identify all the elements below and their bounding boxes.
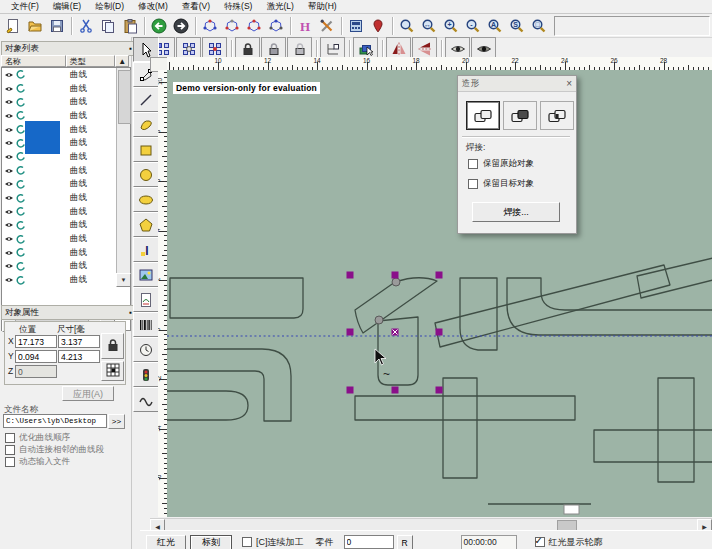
text-tool-button[interactable]: I xyxy=(133,237,159,262)
visibility-eye-icon[interactable] xyxy=(4,275,14,285)
zoom-selection-button[interactable]: S xyxy=(506,15,528,36)
y-position-input[interactable] xyxy=(15,350,57,363)
object-row[interactable]: 曲线 xyxy=(2,82,115,96)
io-tool-button[interactable] xyxy=(133,362,159,387)
keep-original-checkbox[interactable] xyxy=(468,159,478,169)
visibility-eye-icon[interactable] xyxy=(4,193,14,203)
circle-tool-button[interactable] xyxy=(133,162,159,187)
file-option[interactable]: 优化曲线顺序 xyxy=(5,432,70,444)
close-icon[interactable]: × xyxy=(566,78,572,89)
curve-tool-button[interactable] xyxy=(133,112,159,137)
visibility-eye-icon[interactable] xyxy=(4,70,14,80)
visibility-eye-icon[interactable] xyxy=(4,152,14,162)
new-file-button[interactable] xyxy=(2,15,24,36)
browse-button[interactable]: >> xyxy=(108,414,125,429)
intersect-mode-button[interactable] xyxy=(540,101,574,130)
pin-button[interactable] xyxy=(367,15,389,36)
y-size-input[interactable] xyxy=(58,350,100,363)
selection-handle[interactable] xyxy=(347,387,354,394)
keep-original-option[interactable]: 保留原始对象 xyxy=(468,158,534,170)
apply-button[interactable]: 应用(A) xyxy=(62,386,114,401)
cut-button[interactable] xyxy=(75,15,97,36)
selection-handle[interactable] xyxy=(347,329,354,336)
menu-item-laser[interactable]: 激光(L) xyxy=(259,1,300,13)
menu-item-draw[interactable]: 绘制(D) xyxy=(88,1,131,13)
bitmap-tool-button[interactable] xyxy=(133,262,159,287)
reset-count-button[interactable]: R xyxy=(397,535,413,549)
red-light-button[interactable]: 红光(F1) xyxy=(146,535,186,549)
node-param-3-button[interactable] xyxy=(243,15,265,36)
selection-handle[interactable] xyxy=(347,272,354,279)
zoom-out-button[interactable]: - xyxy=(462,15,484,36)
zoom-in-button[interactable]: + xyxy=(440,15,462,36)
z-position-input[interactable] xyxy=(15,365,57,378)
save-button[interactable] xyxy=(46,15,68,36)
file-option[interactable]: 自动连接相邻的曲线段 xyxy=(5,444,104,456)
mark-button[interactable]: 标刻(F2) xyxy=(190,535,232,549)
timer-tool-button[interactable] xyxy=(133,337,159,362)
file-option-checkbox[interactable] xyxy=(5,445,15,455)
paste-button[interactable] xyxy=(119,15,141,36)
node-param-2-button[interactable] xyxy=(221,15,243,36)
anchor-grid-button[interactable] xyxy=(101,361,124,381)
object-list-vscrollbar[interactable]: ▼ xyxy=(116,68,130,287)
vscroll-thumb[interactable] xyxy=(118,70,131,124)
visibility-eye-icon[interactable] xyxy=(4,220,14,230)
object-row[interactable]: 曲线 xyxy=(2,178,115,192)
polygon-tool-button[interactable] xyxy=(133,212,159,237)
weld-button[interactable]: 焊接... xyxy=(472,202,560,222)
tools-button[interactable] xyxy=(316,15,338,36)
dock-button[interactable]: ▪ xyxy=(129,308,132,317)
object-row[interactable]: 曲线 xyxy=(2,205,115,219)
object-row[interactable]: 曲线 xyxy=(2,246,115,260)
visibility-eye-icon[interactable] xyxy=(4,138,14,148)
zoom-all-button[interactable]: A xyxy=(484,15,506,36)
show-contour-checkbox[interactable] xyxy=(535,537,545,547)
hatch-button[interactable]: H xyxy=(294,15,316,36)
node-param-4-button[interactable] xyxy=(265,15,287,36)
object-row[interactable]: 曲线 xyxy=(2,219,115,233)
selection-handle[interactable] xyxy=(392,272,399,279)
object-row[interactable]: 曲线 xyxy=(2,273,115,287)
visibility-eye-icon[interactable] xyxy=(4,97,14,107)
column-name[interactable]: 名称 xyxy=(1,55,66,67)
selection-handle[interactable] xyxy=(436,387,443,394)
menu-item-help[interactable]: 帮助(H) xyxy=(301,1,344,13)
visibility-eye-icon[interactable] xyxy=(4,234,14,244)
keep-target-checkbox[interactable] xyxy=(468,179,478,189)
file-path-input[interactable] xyxy=(3,414,107,428)
object-row[interactable]: 曲线 xyxy=(2,164,115,178)
lock-ratio-button[interactable] xyxy=(101,333,124,359)
visibility-eye-icon[interactable] xyxy=(4,125,14,135)
weld-mode-button[interactable] xyxy=(466,101,500,130)
undo-button[interactable] xyxy=(148,15,170,36)
device-panel-button[interactable] xyxy=(345,15,367,36)
x-size-input[interactable] xyxy=(58,335,100,348)
barcode-tool-button[interactable] xyxy=(133,312,159,337)
redo-button[interactable] xyxy=(170,15,192,36)
menu-item-file[interactable]: 文件(F) xyxy=(4,1,46,13)
visibility-eye-icon[interactable] xyxy=(4,179,14,189)
visibility-eye-icon[interactable] xyxy=(4,84,14,94)
object-row[interactable]: 曲线 xyxy=(2,95,115,109)
open-folder-button[interactable] xyxy=(24,15,46,36)
visibility-eye-icon[interactable] xyxy=(4,111,14,121)
menu-item-view[interactable]: 查看(V) xyxy=(175,1,217,13)
file-option-checkbox[interactable] xyxy=(5,457,15,467)
x-position-input[interactable] xyxy=(15,335,57,348)
copy-button[interactable] xyxy=(97,15,119,36)
node-param-1-button[interactable] xyxy=(199,15,221,36)
menu-item-modify[interactable]: 修改(M) xyxy=(131,1,175,13)
vector-file-tool-button[interactable] xyxy=(133,287,159,312)
selection-handle[interactable] xyxy=(392,387,399,394)
part-count-input[interactable] xyxy=(344,535,394,549)
file-option[interactable]: 动态输入文件 xyxy=(5,456,70,468)
trim-mode-button[interactable] xyxy=(503,101,537,130)
zoom-move-button[interactable]: ↔ xyxy=(418,15,440,36)
dock-button[interactable]: ▪ xyxy=(129,44,132,53)
object-row[interactable]: 曲线 xyxy=(2,260,115,274)
column-type[interactable]: 类型 xyxy=(66,55,115,67)
selection-handle[interactable] xyxy=(436,329,443,336)
rectangle-tool-button[interactable] xyxy=(133,137,159,162)
ellipse-tool-button[interactable] xyxy=(133,187,159,212)
